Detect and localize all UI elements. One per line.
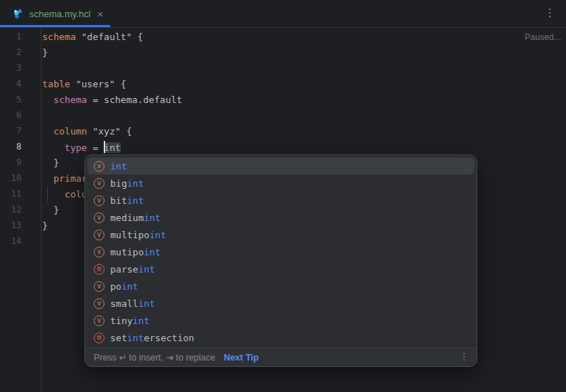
code-line-text: type = int: [42, 141, 121, 153]
completion-hint: Press ↵ to insert, ⇥ to replace: [94, 352, 215, 363]
completion-item-label: point: [110, 281, 138, 292]
code-line: 1schema "default" {: [0, 29, 566, 44]
completion-footer: Press ↵ to insert, ⇥ to replace Next Tip…: [85, 348, 477, 366]
code-line: 7 column "xyz" {: [0, 123, 566, 139]
editor-tab-bar: schema.my.hcl × ⋮: [0, 0, 566, 28]
line-number: 3: [0, 63, 21, 73]
tab-title: schema.my.hcl: [29, 9, 91, 19]
variable-icon: v: [94, 247, 104, 258]
variable-icon: v: [94, 161, 104, 172]
variable-icon: v: [94, 298, 104, 309]
completion-item-label: bitint: [110, 195, 144, 206]
completion-item[interactable]: vbigint: [87, 175, 474, 192]
line-number: 11: [0, 189, 21, 199]
variable-icon: v: [94, 315, 104, 326]
code-line-text: schema "default" {: [42, 31, 143, 42]
code-line-text: }: [42, 157, 59, 168]
completion-item[interactable]: mparseint: [87, 260, 474, 278]
completion-menu-icon[interactable]: ⋮: [459, 352, 469, 362]
tab-close-icon[interactable]: ×: [97, 9, 104, 19]
completion-list: vintvbigintvbitintvmediumintvmultipointv…: [85, 155, 477, 348]
completion-popup: vintvbigintvbitintvmediumintvmultipointv…: [84, 155, 477, 367]
line-number: 5: [0, 94, 21, 104]
next-tip-link[interactable]: Next Tip: [224, 353, 259, 363]
variable-icon: v: [94, 195, 104, 206]
line-number: 2: [0, 47, 21, 57]
code-line-text: primar: [42, 173, 87, 184]
completion-item[interactable]: msetintersection: [87, 329, 474, 346]
tab-bar-menu-icon[interactable]: ⋮: [545, 7, 555, 19]
tab-schema-my-hcl[interactable]: schema.my.hcl ×: [0, 0, 112, 27]
completion-item[interactable]: vtinyint: [87, 312, 474, 329]
line-number: 9: [0, 157, 21, 167]
completion-item-label: int: [110, 161, 127, 172]
variable-icon: v: [94, 178, 104, 189]
variable-icon: v: [94, 230, 104, 240]
completion-item-label: setintersection: [110, 333, 194, 343]
text-caret: [104, 141, 105, 153]
code-line-text: }: [42, 47, 48, 58]
code-line: 3: [0, 60, 566, 76]
completion-item[interactable]: vsmallint: [87, 295, 474, 312]
variable-icon: v: [94, 281, 104, 292]
completion-item-label: smallint: [110, 298, 155, 309]
ide-window: schema.my.hcl × ⋮ Paused... 1schema "def…: [0, 0, 566, 392]
completion-item-label: multipoint: [110, 230, 166, 240]
code-line-text: column "xyz" {: [42, 126, 132, 137]
completion-item[interactable]: vmutipoint: [87, 243, 474, 260]
completion-item-label: parseint: [110, 264, 155, 275]
code-editor[interactable]: Paused... 1schema "default" {2}34table "…: [0, 28, 566, 392]
code-line-text: schema = schema.default: [42, 94, 182, 105]
completion-item-label: tinyint: [110, 315, 150, 326]
method-icon: m: [94, 333, 104, 343]
code-line: 4table "users" {: [0, 76, 566, 92]
active-tab-indicator: [0, 25, 110, 27]
line-number: 8: [0, 142, 21, 152]
completion-item[interactable]: vpoint: [87, 278, 474, 295]
line-number: 10: [0, 173, 21, 183]
completion-item[interactable]: vbitint: [87, 192, 474, 209]
line-number: 6: [0, 110, 21, 120]
code-line: 6: [0, 107, 566, 123]
code-line-text: table "users" {: [42, 79, 126, 89]
completion-item[interactable]: vmediumint: [87, 209, 474, 226]
code-line-text: }: [42, 205, 59, 215]
line-number: 7: [0, 126, 21, 136]
code-line: 8 type = int: [0, 139, 566, 155]
hcl-file-icon: [12, 8, 24, 19]
line-number: 14: [0, 236, 21, 246]
line-number: 12: [0, 205, 21, 215]
completion-item-label: bigint: [110, 178, 144, 189]
line-number: 13: [0, 220, 21, 230]
code-line-text: }: [42, 220, 48, 231]
line-number: 1: [0, 31, 21, 41]
code-line: 5 schema = schema.default: [0, 92, 566, 107]
completion-item-label: mutipoint: [110, 247, 160, 258]
completion-item-label: mediumint: [110, 212, 160, 223]
completion-item[interactable]: vint: [87, 157, 474, 175]
method-icon: m: [94, 264, 104, 275]
completion-item[interactable]: vmultipoint: [87, 226, 474, 243]
code-line: 2}: [0, 44, 566, 60]
code-line-text: colu: [42, 189, 87, 200]
line-number: 4: [0, 79, 21, 89]
variable-icon: v: [94, 212, 104, 223]
